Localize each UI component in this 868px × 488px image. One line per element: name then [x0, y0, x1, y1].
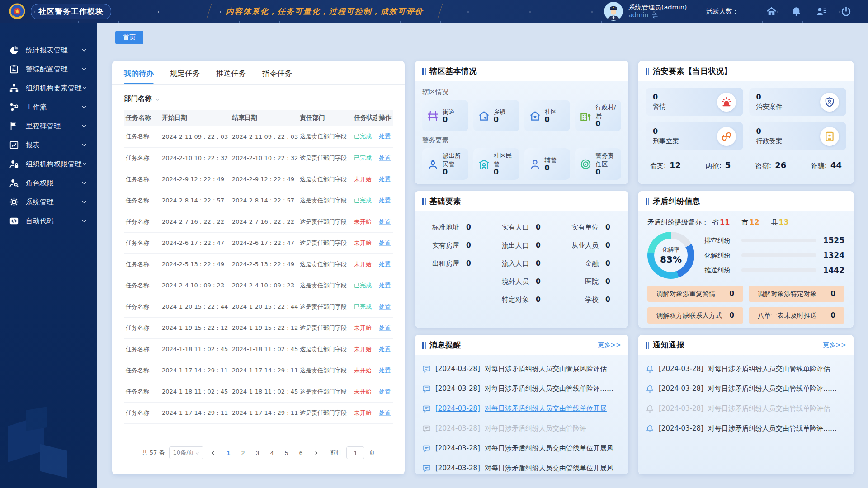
notice-item[interactable]: [2024-03-28] 对每日涉矛盾纠纷人员交由管线单险评…… [646, 418, 846, 438]
sidebar-menu: 统计报表管理 警综配置管理 组织机构要素管理 工作流 [0, 23, 97, 230]
prev-page-button[interactable] [208, 446, 218, 459]
basic-value: 0 [466, 223, 471, 231]
handle-link[interactable]: 处置 [379, 409, 391, 416]
bar-value: 1442 [822, 266, 844, 275]
table-row: 任务名称 2024-2-11 09 : 22 : 03 2024-2-11 09… [124, 126, 393, 147]
message-item[interactable]: [2024-03-28] 对每日涉矛盾纠纷人员交由管展风险评估 [422, 359, 621, 379]
basic-value: 0 [536, 259, 541, 267]
warning-label: 调解双方缺联系人方式 [656, 311, 722, 320]
tab-home[interactable]: 首页 [115, 31, 143, 44]
basic-value: 0 [536, 277, 541, 286]
task-tab[interactable]: 指令任务 [262, 69, 292, 84]
sidebar-item[interactable]: 警综配置管理 [0, 60, 97, 79]
task-tab[interactable]: 我的待办 [124, 69, 154, 84]
department-filter-label: 部门名称 [124, 94, 152, 103]
sidebar-item[interactable]: 统计报表管理 [0, 41, 97, 60]
handle-link[interactable]: 处置 [379, 133, 391, 140]
sidebar-item[interactable]: 角色权限 [0, 174, 97, 192]
supervise-items: 省 11 市 12 县 13 [712, 218, 801, 227]
sidebar-item-label: 警综配置管理 [26, 65, 81, 74]
page-number[interactable]: 5 [280, 446, 292, 459]
next-page-button[interactable] [311, 446, 321, 459]
message-item[interactable]: [2024-03-28] 对每日涉矛盾纠纷人员交由管线单险评…… [422, 379, 621, 399]
username: admin [628, 11, 648, 19]
sidebar-item[interactable]: 报表 [0, 136, 97, 155]
page-size-select[interactable]: 10条/页 [169, 446, 203, 459]
notice-item[interactable]: [2024-03-28] 对每日涉矛盾纠纷人员交由管线单险评…… [646, 379, 846, 399]
basic-row: 实有单位 0 [555, 223, 625, 241]
message-item[interactable]: [2024-03-28] 对每日涉矛盾纠纷人员交由管线单位开展风 [422, 438, 621, 458]
bell-icon[interactable] [791, 6, 802, 17]
sidebar-item[interactable]: 组织机构要素管理 [0, 79, 97, 98]
task-tab[interactable]: 规定任务 [170, 69, 200, 84]
more-link[interactable]: 更多>> [823, 341, 846, 349]
basic-row: 出租房屋 0 [416, 259, 486, 277]
message-item[interactable]: [2024-03-28] 对每日涉矛盾纠纷人员交由管线单位开展风 [422, 458, 621, 478]
page-number[interactable]: 1 [222, 446, 234, 459]
message-panel: 消息提醒 更多>> [2024-03-28] 对每日涉矛盾纠纷人员交由管展风险评… [415, 335, 628, 474]
basic-value: 0 [536, 241, 541, 249]
message-date: [2024-03-28] [435, 424, 480, 432]
sidebar-item[interactable]: 里程碑管理 [0, 117, 97, 136]
message-text: 对每日涉矛盾纠纷人员交由管线单险评…… [485, 385, 613, 393]
more-link[interactable]: 更多>> [598, 341, 621, 349]
chevron-down-icon [81, 199, 87, 205]
task-dept: 这是责任部门字段 [298, 402, 352, 423]
chevron-down-icon [81, 142, 87, 148]
page-number[interactable]: 2 [237, 446, 249, 459]
handle-link[interactable]: 处置 [379, 155, 391, 161]
power-icon[interactable] [840, 6, 852, 17]
sidebar-item[interactable]: 组织机构权限管理 [0, 155, 97, 174]
task-name: 任务名称 [124, 402, 160, 423]
sidebar-item[interactable]: 自动代码 [0, 211, 97, 230]
supervise-item: 市 12 [741, 218, 759, 227]
status-badge: 未开始 [354, 388, 372, 395]
switch-user-icon[interactable] [651, 12, 659, 19]
handle-link[interactable]: 处置 [379, 239, 391, 246]
slogan-text: 内容体系化，任务可量化，过程可控制，成效可评价 [226, 6, 424, 17]
handle-link[interactable]: 处置 [379, 218, 391, 225]
task-name: 任务名称 [124, 381, 160, 402]
bar-label: 排查纠纷 [704, 236, 738, 245]
handle-link[interactable]: 处置 [379, 282, 391, 289]
cube-decoration [8, 398, 76, 474]
page-number[interactable]: 4 [266, 446, 278, 459]
col-task-name: 任务名称 [124, 110, 160, 126]
sidebar-item-label: 组织机构权限管理 [26, 160, 82, 169]
crime-label: 诈骗: [811, 162, 827, 170]
page-number[interactable]: 3 [251, 446, 263, 459]
basic-row: 实有人口 0 [486, 223, 555, 241]
handle-link[interactable]: 处置 [379, 197, 391, 204]
task-name: 任务名称 [124, 360, 160, 381]
message-item[interactable]: [2024-03-28] 对每日涉矛盾纠纷人员交由管线单位开展 [422, 399, 621, 418]
contacts-icon[interactable] [816, 6, 827, 17]
notice-item[interactable]: [2024-03-28] 对每日涉矛盾纠纷人员交由管线单险评估 [646, 399, 846, 418]
crime-label: 盗窃: [755, 162, 771, 170]
status-badge: 未开始 [354, 218, 372, 225]
home-icon[interactable] [766, 6, 777, 17]
task-name: 任务名称 [124, 232, 160, 253]
basic-label: 实有单位 [555, 223, 599, 232]
task-tab[interactable]: 推送任务 [216, 69, 246, 84]
supervise-value: 12 [749, 218, 759, 226]
stat-value: 0 [494, 115, 499, 124]
task-dept: 这是责任部门字段 [298, 190, 352, 211]
avatar[interactable] [604, 2, 623, 21]
handle-link[interactable]: 处置 [379, 367, 391, 374]
goto-page-input[interactable] [346, 446, 364, 459]
handle-link[interactable]: 处置 [379, 324, 391, 331]
security-label: 刑事立案 [653, 137, 679, 145]
handle-link[interactable]: 处置 [379, 346, 391, 352]
handle-link[interactable]: 处置 [379, 388, 391, 395]
handle-link[interactable]: 处置 [379, 261, 391, 267]
notice-item[interactable]: [2024-03-28] 对每日涉矛盾纠纷人员交由管线单险评估 [646, 359, 846, 379]
handle-link[interactable]: 处置 [379, 303, 391, 310]
sidebar-item[interactable]: 系统管理 [0, 192, 97, 211]
page-number[interactable]: 6 [295, 446, 307, 459]
department-filter[interactable]: 部门名称 [124, 94, 393, 103]
chevron-down-icon [81, 123, 87, 129]
table-row: 任务名称 2024-2-4 10 : 09 : 23 2024-2-4 10 :… [124, 275, 393, 296]
handle-link[interactable]: 处置 [379, 176, 391, 183]
sidebar-item[interactable]: 工作流 [0, 98, 97, 117]
message-item[interactable]: [2024-03-28] 对每日涉矛盾纠纷人员交由管险评 [422, 418, 621, 438]
